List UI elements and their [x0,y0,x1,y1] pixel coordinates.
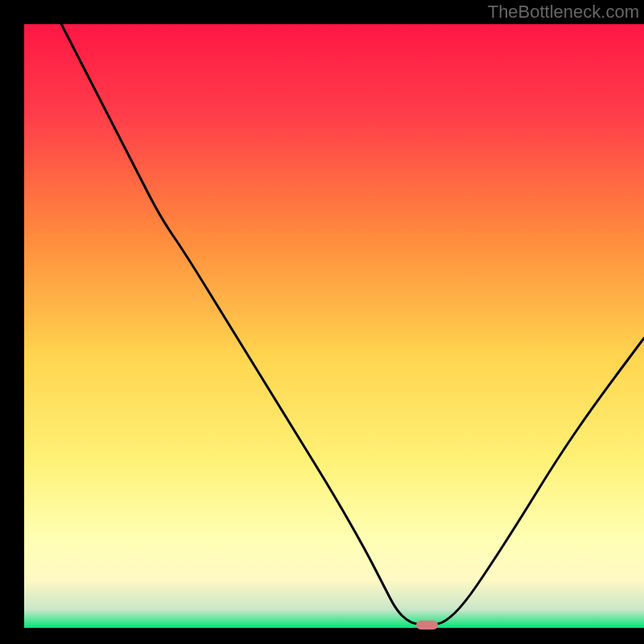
chart-svg [0,0,644,644]
watermark-text: TheBottleneck.com [488,2,639,23]
bottleneck-chart [0,0,644,644]
optimal-point-marker [416,621,438,630]
chart-gradient-background [24,24,644,628]
